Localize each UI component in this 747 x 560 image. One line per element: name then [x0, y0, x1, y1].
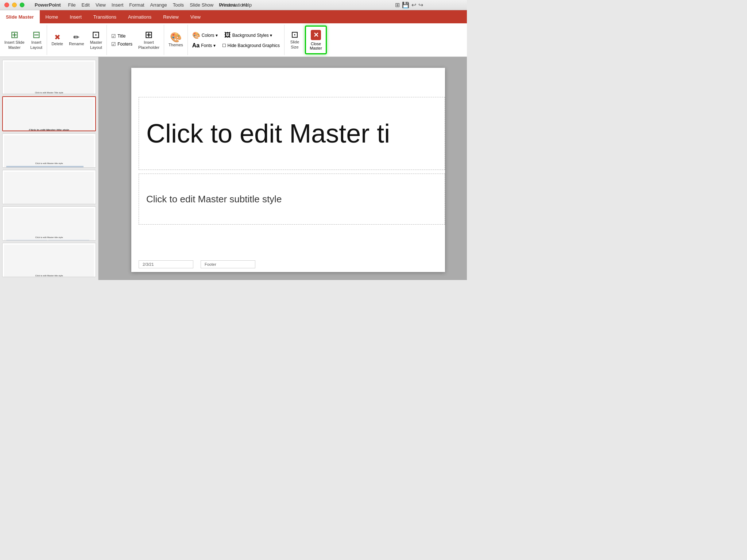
slide-thumb-4[interactable]: Click to edit Master title style: [2, 170, 96, 204]
close-master-button[interactable]: ✕ Close Master: [305, 26, 327, 54]
master-layout-label: Master Layout: [90, 40, 102, 50]
slide-thumb-1[interactable]: Click to edit Master Title style • First…: [2, 60, 96, 94]
master-layout-button[interactable]: ⊡ Master Layout: [88, 25, 105, 55]
master-layout-icon: ⊡: [92, 30, 100, 39]
delete-icon: ✖: [54, 34, 61, 41]
save-icon[interactable]: 💾: [402, 1, 409, 8]
fonts-icon: Aa: [192, 42, 200, 49]
title-checkbox-row[interactable]: ☑ Title: [109, 32, 135, 40]
canvas-area: Click to edit Master ti Click to edit Ma…: [98, 57, 467, 280]
ribbon-tabs: Slide Master Home Insert Transitions Ani…: [0, 10, 467, 23]
slide-title-text: Click to edit Master ti: [146, 118, 390, 148]
edit-theme-group: ☑ Title ☑ Footers ⊞ Insert Placeholder: [107, 25, 164, 55]
insert-placeholder-label: Insert Placeholder: [138, 40, 159, 50]
menu-insert[interactable]: Insert: [112, 2, 124, 8]
tab-review[interactable]: Review: [157, 10, 185, 23]
fonts-button[interactable]: Aa Fonts ▾: [190, 42, 218, 50]
menu-format[interactable]: Format: [129, 2, 144, 8]
close-master-x-icon: ✕: [311, 30, 321, 40]
undo-icon[interactable]: ↩: [411, 1, 416, 8]
insert-slide-master-button[interactable]: ⊞ Insert Slide Master: [2, 25, 27, 55]
menu-view[interactable]: View: [96, 2, 106, 8]
app-name: PowerPoint: [35, 2, 61, 8]
delete-label: Delete: [51, 42, 63, 46]
edit-master-group: ⊞ Insert Slide Master ⊟ Insert Layout: [0, 25, 47, 55]
colors-icon: 🎨: [192, 31, 200, 39]
fonts-label: Fonts ▾: [201, 43, 215, 48]
menu-edit[interactable]: Edit: [81, 2, 89, 8]
slide-size-label: Slide Size: [290, 40, 299, 49]
main-area: Click to edit Master Title style • First…: [0, 57, 467, 280]
insert-placeholder-icon: ⊞: [145, 30, 153, 39]
tab-home[interactable]: Home: [40, 10, 64, 23]
footer-label: Footer: [201, 260, 255, 268]
background-group: 🎨 Colors ▾ 🖼 Background Styles ▾ Aa Font…: [188, 25, 285, 55]
window-title: Presentation1: [219, 2, 248, 8]
background-styles-label: Background Styles ▾: [232, 33, 272, 38]
insert-placeholder-button[interactable]: ⊞ Insert Placeholder: [136, 25, 162, 55]
insert-layout-button[interactable]: ⊟ Insert Layout: [28, 25, 44, 55]
maximize-window-button[interactable]: [20, 3, 24, 7]
insert-slide-master-icon: ⊞: [11, 30, 19, 39]
insert-layout-icon: ⊟: [32, 30, 40, 39]
tab-insert[interactable]: Insert: [64, 10, 88, 23]
slide-thumb-2[interactable]: Click to edit Master title style Click t…: [2, 96, 96, 131]
footers-checkbox-row[interactable]: ☑ Footers: [109, 40, 135, 48]
themes-icon: 🎨: [170, 32, 182, 42]
slide-panel[interactable]: Click to edit Master Title style • First…: [0, 57, 98, 280]
footers-checkmark-icon: ☑: [111, 41, 116, 47]
rename-icon: ✏: [73, 34, 80, 41]
tab-slide-master[interactable]: Slide Master: [0, 10, 40, 23]
menu-file[interactable]: File: [68, 2, 76, 8]
titlebar: PowerPoint File Edit View Insert Format …: [0, 0, 467, 10]
themes-label: Themes: [169, 43, 183, 47]
slide-subtitle-text: Click to edit Master subtitle style: [146, 194, 282, 205]
hide-bg-label: Hide Background Graphics: [228, 43, 280, 48]
subtitle-placeholder[interactable]: Click to edit Master subtitle style: [139, 174, 445, 225]
close-master-label: Close Master: [310, 42, 322, 50]
rename-button[interactable]: ✏ Rename: [67, 25, 86, 55]
close-window-button[interactable]: [4, 3, 9, 7]
title-checkbox-label: Title: [117, 34, 125, 39]
ribbon: ⊞ Insert Slide Master ⊟ Insert Layout ✖ …: [0, 23, 467, 57]
slide-thumb-3[interactable]: Click to edit Master title style: [2, 133, 96, 168]
delete-button[interactable]: ✖ Delete: [49, 25, 65, 55]
redo-icon[interactable]: ↪: [418, 1, 423, 8]
colors-button[interactable]: 🎨 Colors ▾: [190, 31, 220, 40]
master-layout-group: ✖ Delete ✏ Rename ⊡ Master Layout: [47, 25, 107, 55]
slide-canvas[interactable]: Click to edit Master ti Click to edit Ma…: [131, 68, 445, 272]
colors-label: Colors ▾: [202, 33, 218, 38]
hide-bg-checkbox[interactable]: ☐ Hide Background Graphics: [220, 42, 282, 49]
tab-animations[interactable]: Animations: [122, 10, 157, 23]
size-close-group: ⊡ Slide Size ✕ Close Master: [285, 25, 330, 55]
checkboxes-col: ☑ Title ☑ Footers: [109, 25, 135, 55]
tab-transitions[interactable]: Transitions: [88, 10, 122, 23]
slide-thumb-5[interactable]: Click to edit Master title style: [2, 206, 96, 241]
window-controls[interactable]: [4, 3, 24, 7]
themes-group: 🎨 Themes: [164, 25, 188, 55]
footers-checkbox-label: Footers: [117, 42, 132, 47]
tab-view[interactable]: View: [185, 10, 206, 23]
toolbar-icon-1[interactable]: ⊞: [395, 1, 400, 8]
menu-arrange[interactable]: Arrange: [150, 2, 167, 8]
insert-slide-master-label: Insert Slide Master: [4, 40, 24, 50]
slide-size-icon: ⊡: [291, 30, 298, 39]
slide-size-button[interactable]: ⊡ Slide Size: [287, 25, 303, 55]
background-styles-icon: 🖼: [224, 31, 231, 39]
hide-bg-checkbox-icon: ☐: [222, 43, 226, 48]
themes-button[interactable]: 🎨 Themes: [166, 25, 185, 55]
minimize-window-button[interactable]: [12, 3, 17, 7]
slide-thumb-6[interactable]: Click to edit Master title style: [2, 243, 96, 277]
background-styles-button[interactable]: 🖼 Background Styles ▾: [222, 31, 274, 40]
title-checkmark-icon: ☑: [111, 33, 116, 39]
footer-date: 2/3/21: [139, 260, 193, 268]
menu-tools[interactable]: Tools: [173, 2, 184, 8]
menu-slideshow[interactable]: Slide Show: [190, 2, 213, 8]
toolbar-icons: ⊞ 💾 ↩ ↪: [395, 1, 423, 8]
title-placeholder[interactable]: Click to edit Master ti: [139, 97, 445, 170]
insert-layout-label: Insert Layout: [30, 40, 42, 50]
slide-footer-area: 2/3/21 Footer: [139, 260, 438, 268]
rename-label: Rename: [69, 42, 84, 46]
